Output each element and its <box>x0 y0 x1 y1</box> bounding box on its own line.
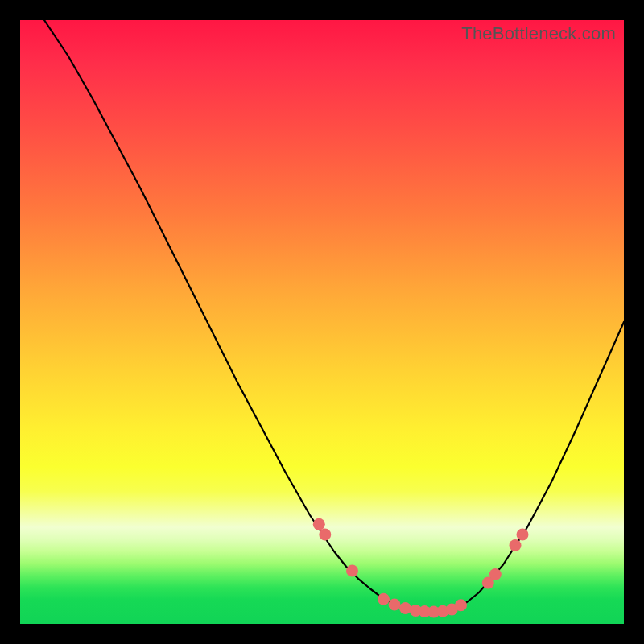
curve-marker <box>319 529 331 541</box>
curve-marker <box>510 539 522 551</box>
curve-line <box>44 20 624 612</box>
curve-marker <box>455 599 467 611</box>
curve-marker <box>378 593 390 605</box>
curve-marker <box>489 568 502 580</box>
curve-marker <box>517 529 529 541</box>
plot-area: TheBottleneck.com <box>20 20 624 624</box>
curve-marker <box>313 518 325 530</box>
curve-marker <box>389 599 401 611</box>
curve-marker <box>346 565 358 577</box>
bottleneck-curve <box>20 20 624 624</box>
curve-marker <box>399 602 411 614</box>
curve-markers <box>313 518 529 618</box>
chart-frame: TheBottleneck.com <box>0 0 644 644</box>
